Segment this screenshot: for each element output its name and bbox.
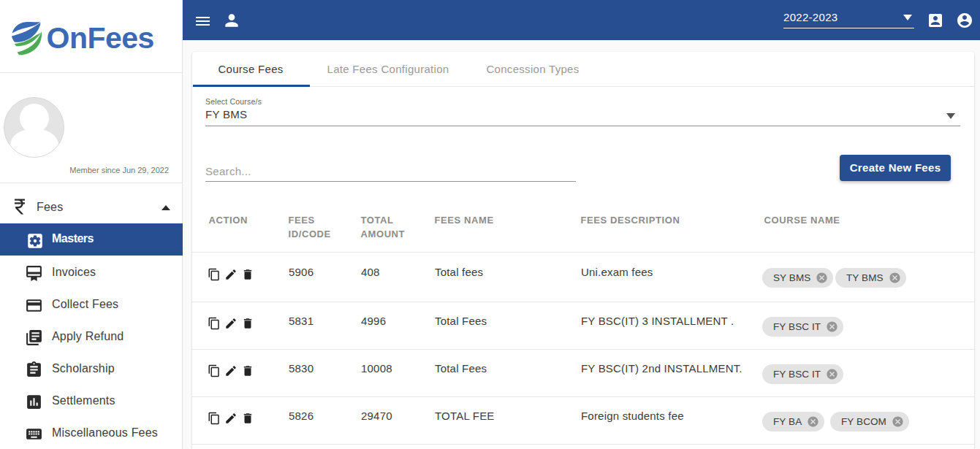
- svg-text:OnFees: OnFees: [47, 21, 154, 55]
